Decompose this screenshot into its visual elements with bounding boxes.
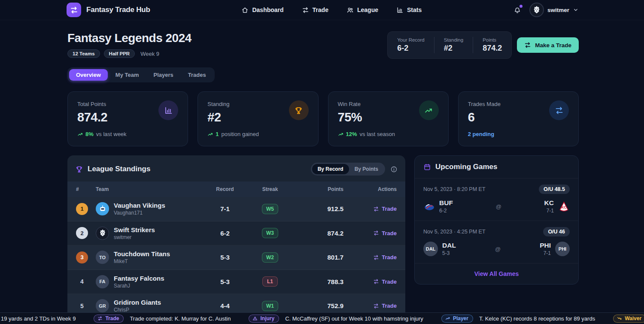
badge-label: Waiver: [625, 315, 641, 321]
rank-badge: 4: [76, 276, 88, 288]
trade-action-button[interactable]: Trade: [373, 303, 397, 309]
team-record: 7-1: [204, 205, 246, 212]
points-stat: Points 874.2: [473, 37, 502, 53]
upcoming-games-title: Upcoming Games: [435, 163, 498, 171]
username: switmer: [547, 7, 569, 13]
trade-action-button[interactable]: Trade: [373, 254, 397, 260]
brand[interactable]: Fantasy Trade Hub: [67, 3, 150, 17]
delta-value: 1: [216, 131, 219, 137]
table-row[interactable]: 1 Vaughan Vikings Vaughan171 7-1 W5 912.…: [67, 197, 405, 221]
team-avatar-initials: TO: [96, 251, 109, 264]
table-row[interactable]: 3 TO Touchdown Titans MikeT 5-3 W2 801.7: [67, 245, 405, 270]
swap-icon: [549, 100, 569, 120]
game-row[interactable]: Nov 5, 2023 · 8:20 PM ET O/U 48.5 BUF 6-…: [415, 179, 578, 221]
team-avatar-robot: [96, 202, 109, 215]
team-abbr: KC: [544, 199, 554, 207]
team-owner: SarahJ: [114, 283, 164, 289]
team-record: 7-1: [544, 208, 554, 214]
team-abbr: BUF: [439, 199, 453, 207]
team-name: Swift Strikers: [114, 226, 155, 233]
player-badge: Player: [441, 315, 473, 323]
trending-up-icon: [77, 131, 83, 137]
bar-chart-icon: [396, 6, 404, 14]
notifications-button[interactable]: [513, 6, 522, 14]
rank-badge: 5: [76, 300, 88, 312]
main-nav: Dashboard Trade League Stats: [150, 6, 513, 14]
trade-label: Trade: [382, 254, 397, 260]
trade-label: Trade: [382, 303, 397, 309]
stat-label: Standing: [444, 37, 463, 42]
team-record: 5-3: [204, 254, 246, 261]
delta-up: 1: [207, 131, 219, 137]
delta-suffix: vs last season: [360, 131, 395, 137]
rank-badge: 1: [76, 203, 88, 215]
delta-up: 12%: [338, 131, 357, 137]
bar-chart-icon: [158, 100, 178, 120]
table-row[interactable]: 2 Swift Strikers switmer 6-2 W3 874.2: [67, 221, 405, 246]
ticker-text: C. McCaffrey (SF) out for Week 10 with h…: [285, 315, 423, 322]
fantasy-trade-hub-page: Fantasy Trade Hub Dashboard Trade League…: [0, 0, 644, 324]
standings-title: League Standings: [88, 165, 150, 173]
badge-label: Player: [453, 315, 468, 321]
week-label: Week 9: [140, 51, 159, 57]
team-owner: Vaughan171: [114, 210, 165, 216]
team-record: 6-2: [204, 230, 246, 237]
nav-item-league[interactable]: League: [346, 6, 378, 14]
swap-icon: [524, 42, 531, 48]
scoring-badge: Half PPR: [104, 49, 135, 58]
team-abbr: DAL: [442, 242, 456, 249]
away-team: DAL DAL 5-3: [423, 242, 456, 256]
make-a-trade-button[interactable]: Make a Trade: [517, 37, 579, 53]
game-datetime: Nov 5, 2023 · 8:20 PM ET: [423, 186, 486, 192]
ticker-item: Trade Trade completed: K. Murray for C. …: [94, 315, 231, 323]
team-name: Fantasy Falcons: [114, 275, 164, 282]
nav-label: League: [357, 6, 378, 13]
ticker-item: Injury C. McCaffrey (SF) out for Week 10…: [249, 315, 423, 323]
game-row[interactable]: Nov 5, 2023 · 4:25 PM ET O/U 46 DAL DAL …: [415, 221, 578, 263]
stat-label: Your Record: [397, 37, 425, 42]
standing-card: Standing #2 1 position gained: [197, 91, 318, 146]
trades-made-card: Trades Made 6 2 pending: [458, 91, 579, 146]
team-points: 912.5: [294, 205, 349, 212]
toggle-by-record[interactable]: By Record: [312, 164, 349, 174]
ticker-text: 19 yards and 2 TDs in Week 9: [1, 315, 76, 322]
stat-cards: Total Points 874.2 8% vs last week Stand…: [67, 91, 579, 146]
tab-my-team[interactable]: My Team: [109, 69, 146, 81]
trade-action-button[interactable]: Trade: [373, 206, 397, 212]
view-all-games-link[interactable]: View All Games: [474, 270, 519, 277]
trade-action-button[interactable]: Trade: [373, 279, 397, 285]
info-icon[interactable]: [390, 166, 398, 173]
pending-trades-note[interactable]: 2 pending: [468, 131, 494, 137]
swap-icon: [373, 230, 379, 236]
team-owner: switmer: [114, 234, 155, 240]
col-team: Team: [96, 186, 204, 192]
table-row[interactable]: 4 FA Fantasy Falcons SarahJ 5-3 L1 788.3: [67, 270, 405, 294]
tab-players[interactable]: Players: [147, 69, 180, 81]
toggle-by-points[interactable]: By Points: [349, 164, 384, 174]
chevron-down-icon: [573, 7, 579, 13]
nav-item-dashboard[interactable]: Dashboard: [241, 6, 283, 14]
avatar: [529, 3, 544, 17]
delta-up: 8%: [77, 131, 94, 137]
tab-overview[interactable]: Overview: [69, 69, 108, 81]
at-separator: @: [495, 246, 501, 252]
card-delta: 12% vs last season: [338, 131, 395, 137]
home-team: KC 7-1 KC: [544, 199, 570, 214]
col-actions: Actions: [349, 186, 397, 192]
swap-icon: [302, 6, 309, 14]
standings-controls: By Record By Points: [311, 163, 398, 176]
notification-dot: [519, 5, 522, 8]
your-record-stat: Your Record 6-2: [397, 37, 434, 53]
tab-trades[interactable]: Trades: [181, 69, 213, 81]
ticker-text: T. Kelce (KC) records 8 receptions for 8…: [479, 315, 595, 322]
nav-item-stats[interactable]: Stats: [396, 6, 422, 14]
hero-right: Your Record 6-2 Standing #2 Points 874.2: [387, 31, 579, 59]
nav-item-trade[interactable]: Trade: [302, 6, 328, 14]
user-menu[interactable]: switmer: [529, 3, 579, 17]
news-ticker[interactable]: 19 yards and 2 TDs in Week 9 Trade Trade…: [0, 312, 644, 324]
trade-action-button[interactable]: Trade: [373, 230, 397, 236]
at-separator: @: [496, 203, 501, 210]
team-points: 752.9: [294, 302, 349, 309]
swap-icon: [97, 316, 103, 321]
standing-stat: Standing #2: [434, 37, 473, 53]
